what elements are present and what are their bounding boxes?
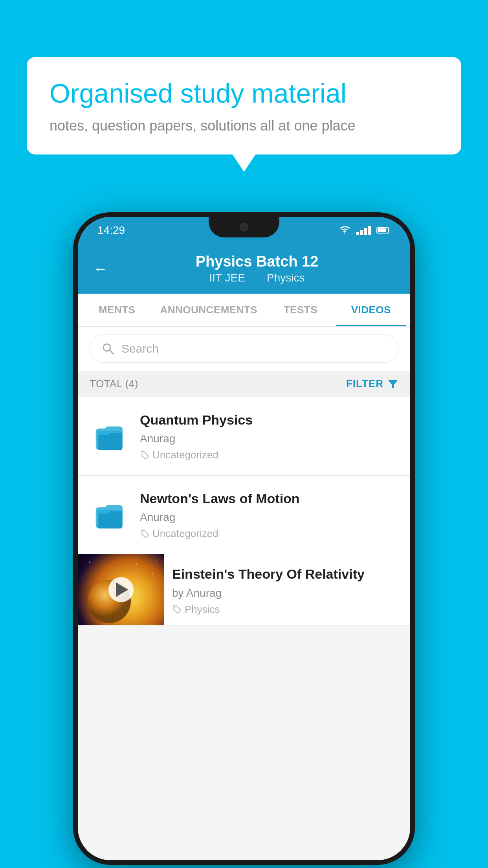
bubble-title: Organised study material: [50, 77, 438, 110]
tag-icon: [140, 529, 149, 539]
tag-label: Uncategorized: [152, 528, 218, 540]
header-title-block: Physics Batch 12 IIT JEE Physics: [119, 253, 394, 284]
total-count: TOTAL (4): [90, 378, 138, 390]
wifi-icon: [338, 226, 351, 235]
battery-icon: [376, 226, 391, 234]
folder-icon: [92, 497, 127, 533]
phone-mockup: 14:29: [73, 212, 415, 865]
camera-dot: [240, 223, 248, 232]
filter-bar: TOTAL (4) FILTER: [78, 371, 410, 397]
video-tag: Physics: [172, 603, 402, 616]
tabs-bar: MENTS ANNOUNCEMENTS TESTS VIDEOS: [78, 294, 410, 327]
header-subtitle-right: Physics: [267, 272, 305, 284]
play-triangle: [116, 583, 128, 597]
video-author: Anurag: [140, 432, 398, 445]
video-tag: Uncategorized: [140, 528, 398, 540]
video-tag: Uncategorized: [140, 449, 398, 461]
svg-point-7: [143, 453, 144, 454]
status-icons: [338, 226, 391, 235]
video-author: Anurag: [140, 511, 398, 524]
tag-label: Uncategorized: [152, 449, 218, 461]
svg-point-10: [143, 531, 144, 533]
signal-icon: [356, 226, 371, 235]
tag-icon: [140, 451, 149, 460]
tab-announcements[interactable]: ANNOUNCEMENTS: [152, 294, 265, 326]
video-thumbnail: [78, 554, 164, 625]
list-item[interactable]: Einstein's Theory Of Relativity by Anura…: [78, 554, 410, 625]
tab-videos[interactable]: VIDEOS: [336, 294, 406, 326]
bubble-subtitle: notes, question papers, solutions all at…: [50, 118, 438, 134]
svg-point-19: [175, 607, 176, 609]
video-list: Quantum Physics Anurag Uncategorized: [78, 397, 410, 625]
search-icon: [102, 342, 114, 355]
folder-icon-container: [90, 495, 129, 535]
back-button[interactable]: ←: [94, 261, 108, 277]
notch: [209, 217, 279, 237]
list-item[interactable]: Quantum Physics Anurag Uncategorized: [78, 397, 410, 476]
play-button-circle: [108, 577, 134, 602]
search-box[interactable]: Search: [90, 335, 398, 363]
svg-marker-4: [388, 380, 398, 389]
phone-screen: 14:29: [78, 217, 410, 860]
tag-label: Physics: [185, 603, 220, 616]
filter-icon: [387, 379, 398, 390]
play-button-overlay[interactable]: [78, 554, 164, 625]
svg-line-3: [110, 350, 113, 354]
speech-bubble-section: Organised study material notes, question…: [27, 57, 461, 154]
thumbnail-bg: [78, 554, 164, 625]
tag-icon: [172, 605, 182, 614]
folder-icon-container: [90, 417, 129, 456]
video-info: Einstein's Theory Of Relativity by Anura…: [164, 554, 410, 623]
search-container: Search: [78, 327, 410, 371]
app-header: ← Physics Batch 12 IIT JEE Physics: [78, 244, 410, 294]
status-time: 14:29: [97, 224, 125, 237]
filter-button[interactable]: FILTER: [346, 378, 398, 390]
video-title: Einstein's Theory Of Relativity: [172, 565, 402, 583]
search-placeholder: Search: [121, 342, 159, 355]
video-info: Quantum Physics Anurag Uncategorized: [140, 411, 398, 461]
header-subtitle: IIT JEE Physics: [119, 272, 394, 284]
tab-ments[interactable]: MENTS: [82, 294, 152, 326]
video-author: by Anurag: [172, 587, 402, 600]
video-title: Newton's Laws of Motion: [140, 490, 398, 507]
folder-icon: [92, 419, 127, 454]
svg-rect-1: [378, 228, 386, 232]
phone-body: 14:29: [73, 212, 415, 865]
tab-tests[interactable]: TESTS: [265, 294, 336, 326]
video-info: Newton's Laws of Motion Anurag Uncategor…: [140, 490, 398, 540]
header-subtitle-left: IIT JEE: [209, 272, 245, 284]
filter-label: FILTER: [346, 378, 383, 390]
video-title: Quantum Physics: [140, 411, 398, 428]
list-item[interactable]: Newton's Laws of Motion Anurag Uncategor…: [78, 476, 410, 554]
speech-bubble-card: Organised study material notes, question…: [27, 57, 461, 154]
status-bar: 14:29: [78, 217, 410, 244]
header-main-title: Physics Batch 12: [119, 253, 394, 270]
